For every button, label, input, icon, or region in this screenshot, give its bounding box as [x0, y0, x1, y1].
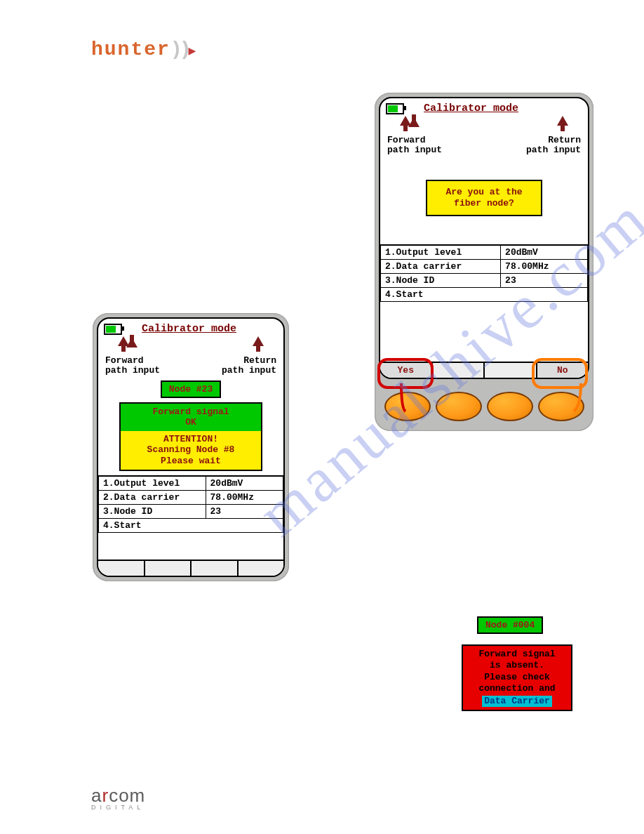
softkey-blank: .	[192, 561, 239, 576]
softkey-no[interactable]: No	[537, 363, 589, 378]
hardware-button-2[interactable]	[436, 392, 482, 421]
table-row: 3.Node ID23	[99, 504, 283, 518]
swoosh-icon: ))	[170, 39, 189, 60]
softkey-blank: .	[239, 561, 284, 576]
confirmation-prompt: Are you at the fiber node?	[426, 180, 542, 217]
table-row: 3.Node ID23	[381, 274, 588, 288]
table-row: 4.Start	[99, 518, 283, 532]
device-right: Calibrator mode Forward path input Retur…	[375, 93, 593, 431]
softkey-blank: .	[485, 363, 537, 378]
node-badge: Node #23	[161, 380, 221, 398]
screen-title: Calibrator mode	[424, 102, 518, 114]
error-message-box: Forward signal is absent. Please check c…	[462, 644, 572, 711]
table-row: 2.Data carrier78.00MHz	[381, 260, 588, 274]
softkey-blank: .	[433, 363, 485, 378]
hardware-button-3[interactable]	[487, 392, 533, 421]
table-row: 4.Start	[381, 288, 588, 302]
arrow-icon: ▶	[188, 44, 197, 58]
status-message-box: Forward signal OK ATTENTION! Scanning No…	[119, 402, 262, 471]
up-arrow-icon	[557, 116, 568, 126]
battery-icon	[104, 324, 122, 335]
battery-icon	[386, 103, 404, 114]
forward-path-label: Forward path input	[387, 135, 480, 156]
up-arrow-icon	[118, 336, 129, 346]
hardware-button-4[interactable]	[538, 392, 584, 421]
device-left: Calibrator mode Forward path input Retur…	[93, 313, 289, 581]
hardware-button-1[interactable]	[384, 392, 431, 421]
settings-table: 1.Output level20dBmV 2.Data carrier78.00…	[380, 244, 588, 302]
softkey-blank: .	[98, 561, 145, 576]
node-badge: Node #004	[477, 616, 543, 634]
softkey-yes[interactable]: Yes	[380, 363, 433, 378]
up-arrow-icon	[253, 336, 264, 346]
forward-path-label: Forward path input	[105, 356, 187, 376]
return-path-label: Return path input	[194, 356, 276, 376]
table-row: 2.Data carrier78.00MHz	[99, 490, 283, 504]
table-row: 1.Output level20dBmV	[381, 245, 588, 260]
hunter-logo: hunter))▶	[91, 39, 197, 60]
return-path-label: Return path input	[488, 135, 581, 156]
table-row: 1.Output level20dBmV	[99, 476, 283, 491]
softkey-blank: .	[145, 561, 192, 576]
up-arrow-icon	[400, 116, 411, 126]
arcom-logo: arcom DIGITAL	[91, 785, 147, 811]
settings-table: 1.Output level20dBmV 2.Data carrier78.00…	[98, 475, 283, 533]
screen-title: Calibrator mode	[142, 323, 236, 335]
logo-text: hunter	[91, 39, 170, 60]
